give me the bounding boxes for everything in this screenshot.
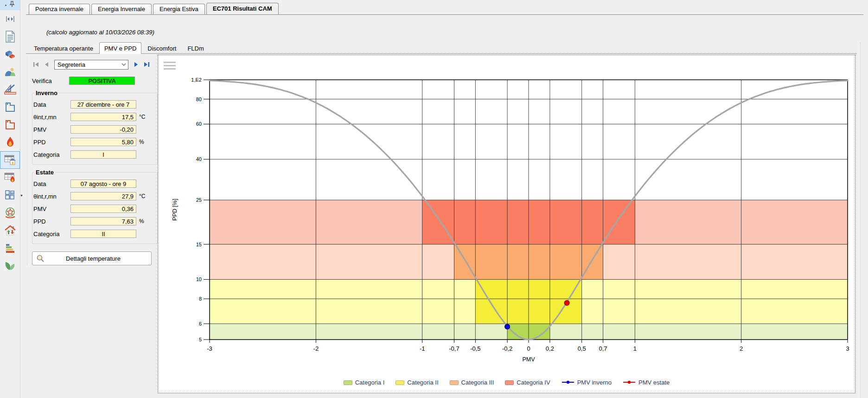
field-label: Categoria	[33, 151, 70, 158]
form-field-row: PMV -0,20	[33, 125, 155, 134]
legend-marker	[450, 380, 459, 385]
details-temperatures-button[interactable]: Dettagli temperature	[32, 251, 152, 265]
room-plan-red-icon[interactable]	[0, 116, 20, 134]
chevron-down-icon	[121, 63, 126, 66]
document-tab-ec701-risultati-cam[interactable]: EC701 Risultati CAM	[206, 3, 279, 14]
value--int-r-mn: 17,5	[70, 113, 136, 121]
svg-text:-0,7: -0,7	[449, 345, 459, 352]
form-field-row: PPD 7,63 %	[33, 217, 155, 226]
legend-label: Categoria III	[461, 379, 494, 386]
result-tab-temperatura-operante[interactable]: Temperatura operante	[29, 43, 98, 54]
document-tab-energia-estiva[interactable]: Energia Estiva	[153, 4, 205, 14]
field-label: θint,r,mn	[33, 193, 70, 200]
svg-text:60: 60	[196, 121, 202, 127]
drafting-tools-icon[interactable]	[0, 81, 20, 98]
pmv-ppd-chart-panel: -3-2-1-0,7-0,5-0,200,20,50,7123568101525…	[158, 55, 855, 393]
pmv-ppd-chart: -3-2-1-0,7-0,5-0,200,20,50,7123568101525…	[158, 55, 856, 394]
blocks-icon[interactable]	[0, 45, 20, 63]
tool-sidebar: ▼	[0, 0, 20, 398]
value-data: 07 agosto - ore 9	[70, 180, 136, 188]
value--int-r-mn: 27,9	[70, 192, 136, 200]
y-axis-title: PPD [%]	[172, 199, 178, 220]
svg-text:5: 5	[199, 337, 202, 342]
pushpin-icon[interactable]	[9, 1, 15, 9]
legend-label: Categoria II	[407, 379, 438, 386]
table-flame-icon[interactable]	[0, 169, 20, 186]
result-tab-pmv-e-ppd[interactable]: PMV e PPD	[99, 42, 141, 54]
value-ppd: 5,80	[70, 138, 136, 146]
estate-group-title: Estate	[34, 169, 55, 176]
value-categoria: I	[70, 150, 136, 159]
grip-dot	[5, 5, 6, 6]
chart-legend: Categoria I Categoria II Categoria III C…	[158, 379, 855, 386]
value-categoria: II	[70, 230, 136, 238]
legend-marker	[623, 379, 636, 386]
form-field-row: Data 27 dicembre - ore 7	[33, 100, 155, 109]
svg-text:6: 6	[199, 321, 202, 327]
field-unit: °C	[136, 114, 149, 120]
calc-updated-note: (calcolo aggiornato al 10/03/2026 08:39)	[46, 29, 154, 36]
estate-group: Estate Data 07 agosto - ore 9 θint,r,mn …	[32, 169, 158, 244]
legend-item-categoria-ii: Categoria II	[396, 379, 438, 386]
inverno-rows: Data 27 dicembre - ore 7 θint,r,mn 17,5 …	[33, 100, 155, 159]
field-label: θint,r,mn	[33, 114, 70, 121]
legend-label: PMV inverno	[577, 379, 612, 386]
field-label: PMV	[33, 126, 70, 133]
house-arrows-icon[interactable]	[0, 222, 20, 239]
svg-text:10: 10	[196, 276, 202, 282]
result-tab-discomfort[interactable]: Discomfort	[142, 43, 181, 54]
result-tab-bar: Temperatura operantePMV e PPDDiscomfortF…	[29, 43, 209, 54]
field-label: PMV	[33, 205, 70, 212]
previous-record-button[interactable]	[42, 60, 51, 69]
table-house-icon[interactable]	[0, 151, 20, 169]
svg-text:-3: -3	[207, 345, 212, 352]
details-temperatures-label: Dettagli temperature	[45, 255, 151, 262]
tab-divider	[26, 14, 863, 15]
leaves-icon[interactable]	[0, 257, 20, 275]
svg-text:-2: -2	[313, 345, 319, 352]
dropdown-arrow-icon[interactable]: ▼	[20, 194, 23, 197]
stacked-bars-icon[interactable]	[0, 239, 20, 257]
result-tab-fldm[interactable]: FLDm	[182, 43, 209, 54]
star-wreath-icon[interactable]	[0, 204, 20, 222]
legend-label: PMV estate	[638, 379, 670, 386]
flame-icon[interactable]	[0, 134, 20, 151]
first-record-button[interactable]	[32, 60, 40, 69]
terrain-icon[interactable]	[0, 63, 20, 81]
svg-text:2: 2	[740, 345, 743, 352]
form-field-row: PMV 0,36	[33, 204, 155, 213]
document-icon[interactable]	[0, 28, 20, 45]
point-pmv-estate	[564, 300, 569, 305]
value-pmv: 0,36	[70, 205, 136, 213]
legend-label: Categoria IV	[517, 379, 550, 386]
inverno-group-title: Inverno	[34, 90, 59, 96]
verifica-label: Verifica	[32, 77, 69, 84]
document-tab-energia-invernale[interactable]: Energia Invernale	[91, 4, 152, 14]
svg-text:1: 1	[633, 345, 637, 352]
magnifier-icon	[36, 254, 45, 263]
room-plan-blue-icon[interactable]	[0, 98, 20, 116]
verifica-status-badge: POSITIVA	[69, 77, 135, 85]
application-window: ▼ Potenza invernaleEnergia InvernaleEner…	[0, 0, 868, 398]
svg-text:0,2: 0,2	[546, 345, 554, 352]
zone-select[interactable]: Segreteria	[54, 60, 128, 70]
legend-item-categoria-iii: Categoria III	[450, 379, 494, 386]
last-record-button[interactable]	[142, 60, 151, 69]
grid-calculator-icon[interactable]: ▼	[0, 186, 20, 204]
inverno-group: Inverno Data 27 dicembre - ore 7 θint,r,…	[32, 90, 158, 165]
pin-row[interactable]	[0, 0, 20, 10]
record-navigator: Segreteria	[32, 59, 158, 70]
next-record-button[interactable]	[132, 60, 140, 69]
legend-item-pmv-inverno: PMV inverno	[562, 379, 612, 386]
legend-marker	[505, 380, 514, 385]
results-form-panel: Segreteria Verifica POSITIVA Inverno Dat…	[27, 56, 158, 265]
point-pmv-inverno	[505, 324, 510, 329]
document-tab-potenza-invernale[interactable]: Potenza invernale	[29, 4, 90, 14]
collapse-panel-icon[interactable]	[0, 10, 20, 28]
legend-item-categoria-i: Categoria I	[344, 379, 385, 386]
svg-text:0,7: 0,7	[599, 345, 607, 352]
legend-item-categoria-iv: Categoria IV	[505, 379, 550, 386]
form-field-row: Categoria I	[33, 150, 155, 159]
field-unit: °C	[136, 193, 149, 199]
form-field-row: PPD 5,80 %	[33, 137, 155, 147]
